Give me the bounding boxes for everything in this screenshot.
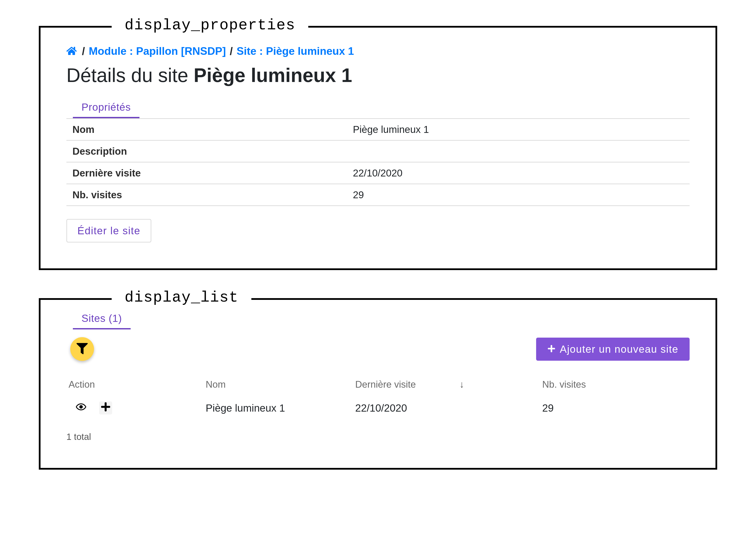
plus-icon bbox=[100, 402, 111, 414]
add-site-label: Ajouter un nouveau site bbox=[560, 343, 678, 355]
sites-table: Action Nom Dernière visite ↓ Nb. visites bbox=[67, 374, 689, 421]
prop-key: Nb. visites bbox=[67, 184, 347, 206]
view-row-button[interactable] bbox=[76, 402, 86, 414]
prop-key: Description bbox=[67, 140, 347, 162]
tab-sites[interactable]: Sites (1) bbox=[73, 308, 131, 329]
prop-value: 29 bbox=[347, 184, 689, 206]
breadcrumb-sep: / bbox=[230, 45, 233, 57]
tab-properties[interactable]: Propriétés bbox=[73, 97, 140, 118]
table-row: Dernière visite 22/10/2020 bbox=[67, 162, 689, 184]
prop-value bbox=[347, 140, 689, 162]
add-site-button[interactable]: Ajouter un nouveau site bbox=[536, 338, 689, 361]
prop-value: Piège lumineux 1 bbox=[347, 119, 689, 140]
add-visit-button[interactable] bbox=[99, 402, 112, 414]
cell-nb: 29 bbox=[540, 395, 689, 421]
panel-display-properties: display_properties / Module : Papillon [… bbox=[39, 26, 717, 270]
breadcrumb-sep: / bbox=[82, 45, 85, 57]
prop-key: Nom bbox=[67, 119, 347, 140]
panel-display-list: display_list Sites (1) Ajouter un nouvea… bbox=[39, 298, 717, 470]
table-row: Nb. visites 29 bbox=[67, 184, 689, 206]
edit-site-button[interactable]: Éditer le site bbox=[67, 219, 151, 242]
table-row: Nom Piège lumineux 1 bbox=[67, 119, 689, 140]
page-title-name: Piège lumineux 1 bbox=[194, 65, 352, 86]
eye-icon bbox=[76, 402, 86, 414]
table-row: Piège lumineux 1 22/10/2020 29 bbox=[67, 395, 689, 421]
prop-value: 22/10/2020 bbox=[347, 162, 689, 184]
col-nb-visites[interactable]: Nb. visites bbox=[542, 379, 586, 390]
home-icon bbox=[67, 45, 80, 57]
list-total: 1 total bbox=[67, 432, 689, 442]
panel-label-display-list: display_list bbox=[112, 289, 251, 306]
breadcrumb-home[interactable] bbox=[67, 45, 81, 57]
prop-key: Dernière visite bbox=[67, 162, 347, 184]
breadcrumb-module[interactable]: Module : Papillon [RNSDP] bbox=[89, 45, 226, 57]
filter-button[interactable] bbox=[70, 337, 94, 361]
filter-icon bbox=[76, 343, 88, 355]
breadcrumb: / Module : Papillon [RNSDP] / Site : Piè… bbox=[67, 45, 689, 57]
breadcrumb-site[interactable]: Site : Piège lumineux 1 bbox=[237, 45, 354, 57]
col-name[interactable]: Nom bbox=[206, 379, 226, 390]
list-toolbar: Ajouter un nouveau site bbox=[67, 337, 689, 361]
plus-icon bbox=[547, 343, 555, 355]
properties-table: Nom Piège lumineux 1 Description Dernièr… bbox=[67, 118, 689, 206]
cell-name: Piège lumineux 1 bbox=[203, 395, 353, 421]
table-row: Description bbox=[67, 140, 689, 162]
page-title: Détails du site Piège lumineux 1 bbox=[67, 64, 689, 87]
page-title-prefix: Détails du site bbox=[67, 65, 188, 86]
sort-desc-icon[interactable]: ↓ bbox=[459, 379, 464, 390]
cell-last-visit: 22/10/2020 bbox=[353, 395, 540, 421]
col-last-visit[interactable]: Dernière visite bbox=[355, 379, 416, 390]
panel-label-display-properties: display_properties bbox=[112, 17, 308, 34]
col-action: Action bbox=[68, 379, 95, 390]
